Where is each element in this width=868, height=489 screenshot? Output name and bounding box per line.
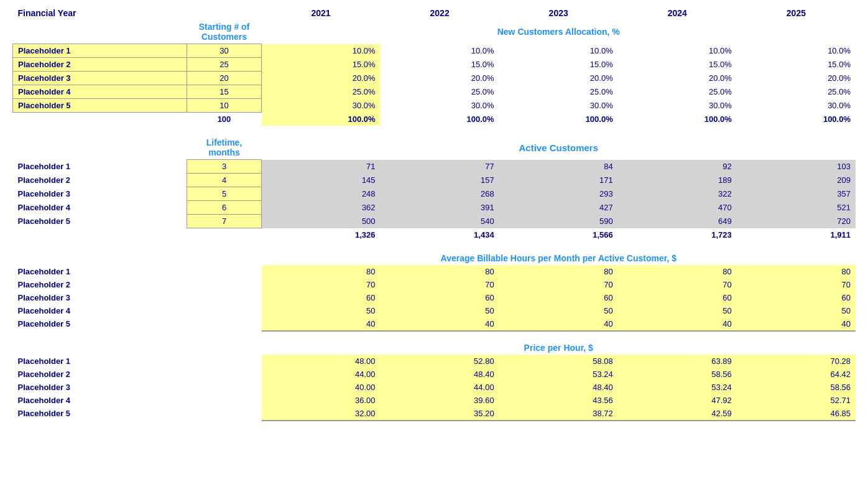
s2-v5-4: 521: [737, 201, 856, 215]
s1-label-3: Placeholder 3: [13, 72, 187, 85]
price-header: Price per Hour, $: [262, 341, 856, 355]
year-2022: 2022: [381, 6, 499, 20]
table-row: Placeholder 1 30 10.0% 10.0% 10.0% 10.0%…: [13, 44, 856, 58]
s2-v3-5: 590: [499, 215, 618, 228]
s1-total-v4: 100.0%: [618, 113, 737, 126]
s1-starting-4: 15: [187, 85, 262, 99]
table-row: Placeholder 4 15 25.0% 25.0% 25.0% 25.0%…: [13, 85, 856, 99]
s2-v2-5: 540: [381, 215, 499, 228]
s1-v1-2: 15.0%: [262, 58, 381, 72]
s3-label-2: Placeholder 2: [13, 278, 187, 291]
table-row: Placeholder 2 70 70 70 70 70: [13, 278, 856, 291]
s2-v1-1: 71: [262, 160, 381, 174]
s4-v5-3: 58.56: [737, 381, 856, 394]
table-row: Placeholder 1 48.00 52.80 58.08 63.89 70…: [13, 355, 856, 368]
s3-v4-1: 80: [618, 265, 737, 278]
s3-v2-1: 80: [381, 265, 499, 278]
s4-v3-2: 53.24: [499, 368, 618, 381]
s1-total-v3: 100.0%: [499, 113, 618, 126]
s1-v1-1: 10.0%: [262, 44, 381, 58]
s1-v5-4: 25.0%: [737, 85, 856, 99]
s2-v5-5: 720: [737, 215, 856, 228]
table-row: Placeholder 2 25 15.0% 15.0% 15.0% 15.0%…: [13, 58, 856, 72]
table-row: Placeholder 5 40 40 40 40 40: [13, 317, 856, 331]
s2-total-v4: 1,723: [618, 228, 737, 241]
s2-total-v2: 1,434: [381, 228, 499, 241]
s4-v4-5: 42.59: [618, 407, 737, 421]
s4-v3-4: 43.56: [499, 394, 618, 407]
spacer-row: [13, 331, 856, 341]
s1-v3-3: 20.0%: [499, 72, 618, 85]
spacer-row: [13, 126, 856, 136]
s2-v5-1: 103: [737, 160, 856, 174]
s1-v3-1: 10.0%: [499, 44, 618, 58]
starting-customers-header: Starting # ofCustomers: [187, 20, 262, 44]
s2-v4-3: 322: [618, 187, 737, 201]
s3-v2-2: 70: [381, 278, 499, 291]
s4-label-1: Placeholder 1: [13, 355, 187, 368]
s2-label-2: Placeholder 2: [13, 174, 187, 187]
table-row: Placeholder 3 20 20.0% 20.0% 20.0% 20.0%…: [13, 72, 856, 85]
s4-v2-3: 44.00: [381, 381, 499, 394]
year-2025: 2025: [737, 6, 856, 20]
s4-v2-2: 48.40: [381, 368, 499, 381]
table-row: Placeholder 5 32.00 35.20 38.72 42.59 46…: [13, 407, 856, 421]
s3-v2-3: 60: [381, 291, 499, 304]
table-row: Placeholder 4 50 50 50 50 50: [13, 304, 856, 317]
s3-v2-5: 40: [381, 317, 499, 331]
s4-v1-4: 36.00: [262, 394, 381, 407]
s3-v5-3: 60: [737, 291, 856, 304]
s1-v2-1: 10.0%: [381, 44, 499, 58]
s1-v1-3: 20.0%: [262, 72, 381, 85]
s4-v4-1: 63.89: [618, 355, 737, 368]
s2-v3-2: 171: [499, 174, 618, 187]
year-2024: 2024: [618, 6, 737, 20]
s1-label-4: Placeholder 4: [13, 85, 187, 99]
s3-v2-4: 50: [381, 304, 499, 317]
s2-total-v3: 1,566: [499, 228, 618, 241]
s2-v3-1: 84: [499, 160, 618, 174]
s3-v5-5: 40: [737, 317, 856, 331]
s3-v1-3: 60: [262, 291, 381, 304]
active-customers-header: Active Customers: [262, 136, 856, 160]
s3-v4-5: 40: [618, 317, 737, 331]
lifetime-header: Lifetime,months: [187, 136, 262, 160]
s2-v1-2: 145: [262, 174, 381, 187]
s1-v2-3: 20.0%: [381, 72, 499, 85]
table-row: Placeholder 5 7 500 540 590 649 720: [13, 215, 856, 228]
s4-v3-5: 38.72: [499, 407, 618, 421]
table-row: Placeholder 2 4 145 157 171 189 209: [13, 174, 856, 187]
s4-v3-1: 58.08: [499, 355, 618, 368]
s2-label-1: Placeholder 1: [13, 160, 187, 174]
s1-v5-3: 20.0%: [737, 72, 856, 85]
s2-lifetime-3: 5: [187, 187, 262, 201]
s4-v5-4: 52.71: [737, 394, 856, 407]
s4-v5-5: 46.85: [737, 407, 856, 421]
s2-v2-4: 391: [381, 201, 499, 215]
table-row: Placeholder 3 5 248 268 293 322 357: [13, 187, 856, 201]
s2-label-4: Placeholder 4: [13, 201, 187, 215]
s2-v4-1: 92: [618, 160, 737, 174]
avg-header: Average Billable Hours per Month per Act…: [262, 251, 856, 265]
section3-header: Average Billable Hours per Month per Act…: [13, 251, 856, 265]
s2-v5-3: 357: [737, 187, 856, 201]
s1-v5-5: 30.0%: [737, 99, 856, 113]
s1-v1-5: 30.0%: [262, 99, 381, 113]
s3-v1-1: 80: [262, 265, 381, 278]
s4-v2-5: 35.20: [381, 407, 499, 421]
spacer-row: [13, 241, 856, 251]
s1-v5-1: 10.0%: [737, 44, 856, 58]
s4-label-2: Placeholder 2: [13, 368, 187, 381]
section4-header: Price per Hour, $: [13, 341, 856, 355]
s4-v4-4: 47.92: [618, 394, 737, 407]
s1-v4-3: 20.0%: [618, 72, 737, 85]
s3-v1-5: 40: [262, 317, 381, 331]
s2-lifetime-5: 7: [187, 215, 262, 228]
s2-v1-4: 362: [262, 201, 381, 215]
s4-v3-3: 48.40: [499, 381, 618, 394]
s1-v3-2: 15.0%: [499, 58, 618, 72]
year-2023: 2023: [499, 6, 618, 20]
table-row: Placeholder 4 36.00 39.60 43.56 47.92 52…: [13, 394, 856, 407]
s3-v3-3: 60: [499, 291, 618, 304]
s2-v5-2: 209: [737, 174, 856, 187]
